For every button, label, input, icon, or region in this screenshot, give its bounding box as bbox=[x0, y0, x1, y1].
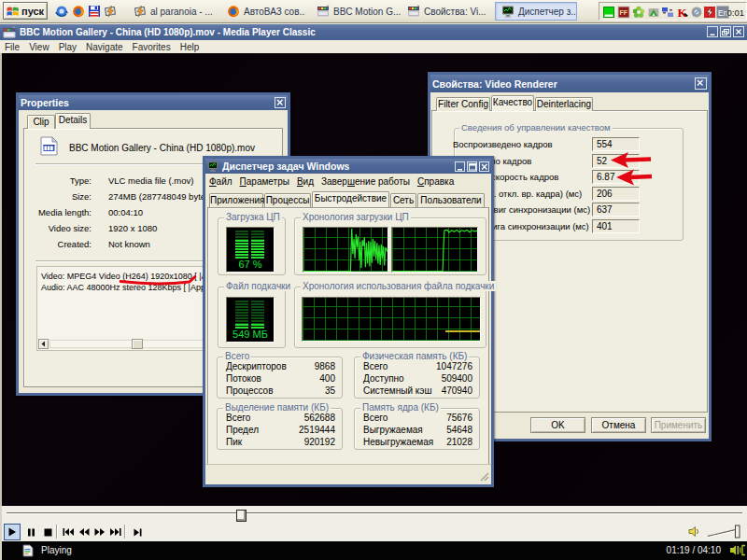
forward-button[interactable] bbox=[92, 524, 108, 540]
kaspersky-icon[interactable]: K bbox=[676, 6, 689, 19]
ie-blue-icon bbox=[55, 5, 68, 18]
properties-row-label: Created: bbox=[58, 239, 92, 249]
mpc-restore-button[interactable] bbox=[720, 26, 731, 37]
stats-group-label: Всего bbox=[223, 351, 251, 361]
properties-tab-1[interactable]: Clip bbox=[27, 115, 55, 129]
network-icon[interactable] bbox=[661, 6, 674, 19]
video-renderer-tab-3[interactable]: Deinterlacing bbox=[535, 97, 593, 111]
clapper-icon bbox=[317, 5, 330, 18]
mpc-menu-file[interactable]: File bbox=[0, 42, 24, 52]
task-button-5[interactable]: Диспетчер з... bbox=[495, 2, 577, 21]
tm-menu-1[interactable]: Файл bbox=[205, 176, 236, 187]
volume-slider[interactable] bbox=[705, 524, 742, 540]
tm-menu-2[interactable]: Параметры bbox=[236, 176, 293, 187]
stop-button[interactable] bbox=[39, 524, 56, 540]
ff2-red-icon[interactable]: FF bbox=[617, 6, 630, 19]
icq-flower-icon[interactable] bbox=[632, 6, 645, 19]
task-button-4[interactable]: Свойства: Vi... bbox=[407, 2, 487, 21]
mpc-seek-bar[interactable] bbox=[0, 506, 747, 523]
stats-row-value: 562688 bbox=[226, 413, 335, 423]
tm-status-bar bbox=[205, 464, 491, 484]
pause-button[interactable] bbox=[22, 524, 39, 540]
stats-row-value: 2519444 bbox=[226, 425, 335, 435]
video-renderer-tab-2[interactable]: Качество bbox=[491, 95, 534, 111]
task-manager-tab-2[interactable]: Процессы bbox=[264, 193, 311, 207]
cpu-history-group-label: Хронология загрузки ЦП bbox=[301, 212, 411, 222]
start-button[interactable]: пуск bbox=[3, 2, 48, 20]
toolbar-separator bbox=[56, 525, 58, 539]
properties-row-label: Size: bbox=[72, 191, 92, 202]
cpu-meter: 67 % bbox=[226, 227, 275, 273]
stats-row-value: 470940 bbox=[363, 385, 472, 396]
toolbar-separator bbox=[124, 525, 126, 539]
task-manager-tab-1[interactable]: Приложения bbox=[209, 193, 263, 207]
led-dim bbox=[235, 301, 248, 324]
taskmgr-icon bbox=[207, 161, 218, 172]
task-manager-maximize-button[interactable] bbox=[467, 161, 477, 172]
video-renderer-tab-1[interactable]: Filter Config bbox=[436, 97, 490, 111]
tm-menu-4[interactable]: Завершение работы bbox=[317, 176, 414, 187]
rewind-button[interactable] bbox=[76, 524, 92, 540]
properties-row-value: 274MB (287748049 bytes) bbox=[108, 191, 213, 202]
mpc-seek-track[interactable] bbox=[7, 512, 742, 514]
scrollbar-left-arrow[interactable] bbox=[38, 339, 49, 349]
step-button[interactable] bbox=[129, 524, 146, 540]
quick-launch-firefox[interactable] bbox=[72, 5, 85, 18]
mpc-toolbar bbox=[0, 523, 747, 541]
mpc-menu-view[interactable]: View bbox=[24, 42, 54, 52]
properties-tab-2[interactable]: Details bbox=[55, 113, 91, 129]
task-manager-title-bar: Диспетчер задач Windows bbox=[205, 159, 491, 174]
led-bright bbox=[235, 240, 248, 259]
green-arrow-icon[interactable] bbox=[647, 6, 660, 19]
red-bolt-icon[interactable] bbox=[703, 6, 716, 19]
vr-cancel-button[interactable]: Отмена bbox=[591, 417, 646, 433]
skip-back-button[interactable] bbox=[60, 524, 77, 540]
task-button-label: АвтоВАЗ сов... bbox=[244, 7, 305, 17]
quick-launch-winamp-bolt[interactable] bbox=[104, 5, 117, 18]
task-manager-minimize-button[interactable] bbox=[455, 161, 465, 172]
stats-row-value: 509400 bbox=[363, 373, 472, 384]
tm-menu-3[interactable]: Вид bbox=[293, 176, 317, 187]
scrollbar-thumb[interactable] bbox=[132, 339, 143, 349]
mpc-menu-navigate[interactable]: Navigate bbox=[81, 42, 127, 52]
task-button-1[interactable]: al paranoia - ... bbox=[134, 2, 216, 21]
properties-row-label: Media length: bbox=[38, 207, 92, 217]
vr-apply-button: Применить bbox=[651, 417, 706, 433]
task-manager-tab-4[interactable]: Сеть bbox=[390, 193, 416, 207]
screen: пускal paranoia - ...АвтоВАЗ сов...BBC M… bbox=[0, 0, 747, 560]
video-renderer-close-button[interactable] bbox=[695, 77, 707, 90]
properties-close-button[interactable] bbox=[275, 97, 286, 108]
vr-ok-button[interactable]: OK bbox=[530, 417, 585, 433]
mpc-window-buttons bbox=[707, 26, 744, 37]
resize-grip[interactable] bbox=[479, 471, 490, 483]
mpc-seek-thumb[interactable] bbox=[236, 510, 247, 522]
properties-row-label: Video size: bbox=[49, 223, 92, 233]
mpc-close-button[interactable] bbox=[733, 26, 744, 37]
led-column bbox=[235, 301, 248, 329]
task-manager-tab-3[interactable]: Быстродействие bbox=[312, 191, 389, 207]
play-button[interactable] bbox=[4, 524, 21, 540]
green-monitor-icon[interactable] bbox=[602, 6, 615, 19]
task-button-3[interactable]: BBC Motion G... bbox=[317, 2, 401, 21]
task-button-2[interactable]: АвтоВАЗ сов... bbox=[227, 2, 305, 21]
task-manager-tab-5[interactable]: Пользователи bbox=[417, 193, 485, 207]
mpc-menu-favorites[interactable]: Favorites bbox=[128, 42, 176, 52]
properties-row-value: 1920 x 1080 bbox=[108, 223, 157, 233]
led-dim bbox=[235, 231, 248, 240]
pagefile-meter-value: 549 МБ bbox=[227, 329, 274, 340]
taskmgr-icon bbox=[501, 5, 514, 18]
video-renderer-window-buttons bbox=[695, 77, 707, 90]
task-manager-close-button[interactable] bbox=[479, 161, 489, 172]
gray-ring-icon[interactable] bbox=[690, 6, 703, 19]
skip-forward-button[interactable] bbox=[107, 524, 124, 540]
quick-launch-floppy[interactable] bbox=[88, 5, 101, 18]
mpc-status-bar: Playing01:19 / 04:10 bbox=[0, 541, 747, 560]
cpu-meter-value: 67 % bbox=[227, 259, 274, 270]
mpc-menu-play[interactable]: Play bbox=[54, 42, 81, 52]
task-manager-content: ФайлПараметрыВидЗавершение работыСправка… bbox=[205, 174, 491, 484]
mpc-menu-help[interactable]: Help bbox=[176, 42, 204, 52]
mpc-minimize-button[interactable] bbox=[707, 26, 718, 37]
tm-menu-5[interactable]: Справка bbox=[414, 176, 458, 187]
stats-row-value: 1047276 bbox=[363, 361, 472, 371]
quick-launch-ie-blue[interactable] bbox=[55, 5, 68, 18]
